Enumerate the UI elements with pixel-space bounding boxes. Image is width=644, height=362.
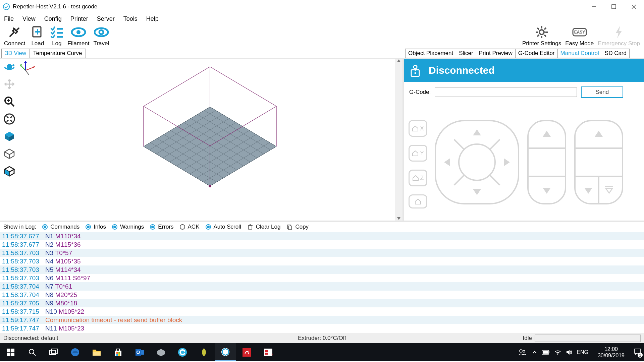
action-center-button[interactable]: 1: [634, 348, 641, 356]
svg-rect-112: [116, 354, 118, 356]
home-icon: [412, 150, 419, 156]
menu-config[interactable]: Config: [44, 15, 62, 22]
toggle-autoscroll[interactable]: Auto Scroll: [206, 224, 241, 230]
taskbar-repetier[interactable]: [215, 343, 236, 361]
leaf-icon: [200, 348, 208, 357]
taskbar-cura[interactable]: [172, 343, 193, 361]
z-control[interactable]: [527, 119, 567, 205]
load-button[interactable]: Load: [29, 24, 46, 47]
language-indicator[interactable]: ENG: [577, 349, 588, 355]
log-button[interactable]: Log: [48, 24, 65, 47]
extruder-control[interactable]: [574, 119, 624, 205]
toggle-infos[interactable]: Infos: [86, 224, 106, 230]
taskbar-explorer[interactable]: [86, 343, 107, 361]
clock-time: 12:00: [598, 346, 625, 352]
menu-printer[interactable]: Printer: [70, 15, 88, 22]
clear-log-button[interactable]: Clear Log: [247, 224, 281, 230]
start-button[interactable]: [0, 343, 21, 361]
filament-button[interactable]: Filament: [65, 24, 91, 47]
tab-manual-control[interactable]: Manual Control: [557, 49, 602, 58]
svg-marker-91: [606, 188, 612, 193]
people-icon[interactable]: [518, 349, 526, 356]
pan-icon[interactable]: [3, 77, 16, 91]
wireframe-icon[interactable]: [3, 147, 16, 161]
svg-line-72: [454, 139, 464, 149]
zoom-icon[interactable]: [3, 95, 16, 108]
filament-label: Filament: [67, 40, 89, 47]
toggle-commands[interactable]: Commands: [42, 224, 79, 230]
tab-gcode-editor[interactable]: G-Code Editor: [515, 49, 558, 58]
fit-icon[interactable]: [3, 112, 16, 126]
xy-joypad[interactable]: [434, 119, 520, 205]
orbit-icon[interactable]: [3, 60, 16, 73]
menu-server[interactable]: Server: [97, 15, 115, 22]
log-label: Log: [52, 40, 61, 47]
tab-3d-view[interactable]: 3D View: [1, 49, 30, 58]
tab-object-placement[interactable]: Object Placement: [405, 49, 456, 58]
home-x-button[interactable]: X: [409, 120, 427, 137]
taskbar-acrobat[interactable]: [236, 343, 258, 361]
view-tabs: 3D View Temperature Curve: [0, 48, 404, 58]
svg-point-71: [459, 144, 495, 180]
volume-icon[interactable]: [566, 349, 572, 355]
taskbar-outlook[interactable]: O: [129, 343, 150, 361]
chevron-up-icon[interactable]: [532, 350, 537, 355]
tab-print-preview[interactable]: Print Preview: [476, 49, 516, 58]
taskbar-store[interactable]: [107, 343, 129, 361]
tab-temperature-curve[interactable]: Temperature Curve: [30, 49, 86, 58]
connect-button[interactable]: Connect: [2, 24, 27, 47]
windows-icon: [7, 349, 14, 356]
copy-log-button[interactable]: Copy: [286, 224, 309, 230]
taskbar-clock[interactable]: 12:00 30/09/2019: [594, 346, 628, 359]
status-extruder: Extruder: 0.0°C/Off: [298, 335, 346, 342]
svg-marker-79: [504, 158, 510, 166]
solidworks-icon: 19: [264, 348, 273, 357]
task-view-button[interactable]: [43, 343, 64, 361]
menu-view[interactable]: View: [22, 15, 36, 22]
log-output[interactable]: 11:58:37.677N1 M110*3411:58:37.677N2 M11…: [0, 232, 644, 333]
taskbar-app-yellow[interactable]: [193, 343, 215, 361]
svg-rect-2: [612, 5, 616, 9]
front-view-icon[interactable]: [3, 165, 16, 178]
printer-settings-button[interactable]: Printer Settings: [520, 24, 563, 47]
toggle-ack[interactable]: ACK: [180, 224, 200, 230]
maximize-button[interactable]: [604, 0, 624, 13]
windows-taskbar: O 19 ENG 12:00 30/09/2019 1: [0, 343, 644, 361]
svg-rect-99: [11, 349, 14, 352]
emergency-stop-button[interactable]: Emergency Stop: [596, 24, 642, 47]
battery-icon[interactable]: [542, 350, 550, 355]
view-toolbar: [0, 59, 19, 221]
svg-marker-64: [24, 61, 27, 63]
menu-help[interactable]: Help: [146, 15, 159, 22]
svg-point-25: [12, 64, 14, 66]
menu-tools[interactable]: Tools: [123, 15, 138, 22]
toggle-errors[interactable]: Errors: [150, 224, 173, 230]
minimize-button[interactable]: [584, 0, 604, 13]
toggle-warnings[interactable]: Warnings: [112, 224, 144, 230]
taskbar-solidworks[interactable]: 19: [258, 343, 279, 361]
svg-point-122: [520, 350, 522, 352]
menu-file[interactable]: File: [4, 15, 14, 22]
taskbar-edge[interactable]: [64, 343, 86, 361]
gcode-input[interactable]: [435, 87, 577, 97]
tab-sd-card[interactable]: SD Card: [602, 49, 630, 58]
taskbar-app-gray[interactable]: [150, 343, 172, 361]
send-button[interactable]: Send: [581, 86, 623, 98]
toolbar-separator: [28, 26, 28, 45]
close-button[interactable]: [624, 0, 644, 13]
task-view-icon: [49, 349, 58, 356]
main-toolbar: Connect Load Log Filament Travel Printer…: [0, 24, 644, 48]
home-z-button[interactable]: Z: [409, 170, 427, 186]
svg-point-123: [523, 350, 525, 352]
iso-view-icon[interactable]: [3, 130, 16, 143]
view-3d-canvas[interactable]: [19, 59, 395, 221]
wifi-icon[interactable]: [554, 350, 561, 355]
home-y-button[interactable]: Y: [409, 145, 427, 162]
travel-button[interactable]: Travel: [92, 24, 111, 47]
search-button[interactable]: [21, 343, 43, 361]
svg-line-21: [537, 35, 539, 37]
easy-mode-button[interactable]: EASY Easy Mode: [563, 24, 596, 47]
log-row: 11:58:37.677N1 M110*34: [0, 232, 644, 240]
home-all-button[interactable]: [409, 194, 427, 208]
tab-slicer[interactable]: Slicer: [456, 49, 476, 58]
